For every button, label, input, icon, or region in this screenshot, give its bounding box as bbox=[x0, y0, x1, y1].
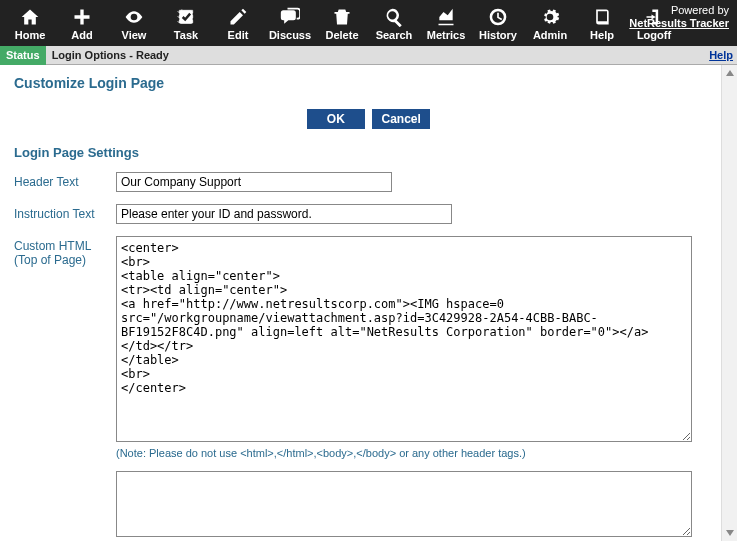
status-bar: Status Login Options - Ready Help bbox=[0, 46, 737, 65]
status-text: Login Options - Ready bbox=[46, 49, 169, 61]
help-link[interactable]: Help bbox=[709, 49, 733, 61]
vertical-scrollbar[interactable] bbox=[721, 65, 737, 541]
toolbar-edit[interactable]: Edit bbox=[212, 5, 264, 41]
custom-html-top-textarea[interactable] bbox=[116, 236, 692, 442]
toolbar-help[interactable]: Help bbox=[576, 5, 628, 41]
toolbar-home[interactable]: Home bbox=[4, 5, 56, 41]
chart-icon bbox=[436, 7, 456, 27]
page-title: Customize Login Page bbox=[14, 75, 723, 91]
scroll-up-icon[interactable] bbox=[722, 65, 737, 81]
scroll-down-icon[interactable] bbox=[722, 525, 737, 541]
toolbar-label: Delete bbox=[325, 29, 358, 41]
toolbar-add[interactable]: Add bbox=[56, 5, 108, 41]
main-content: Customize Login Page OK Cancel Login Pag… bbox=[0, 65, 737, 541]
toolbar-label: Task bbox=[174, 29, 198, 41]
custom-html-label: Custom HTML (Top of Page) bbox=[14, 236, 116, 267]
toolbar-admin[interactable]: Admin bbox=[524, 5, 576, 41]
cancel-button[interactable]: Cancel bbox=[372, 109, 430, 129]
section-heading: Login Page Settings bbox=[14, 145, 723, 160]
toolbar-label: Logoff bbox=[637, 29, 671, 41]
powered-by-text: Powered by bbox=[629, 4, 729, 17]
plus-icon bbox=[72, 7, 92, 27]
toolbar-label: Metrics bbox=[427, 29, 466, 41]
toolbar-label: Home bbox=[15, 29, 46, 41]
toolbar-label: Search bbox=[376, 29, 413, 41]
toolbar-history[interactable]: History bbox=[472, 5, 524, 41]
chat-icon bbox=[280, 7, 300, 27]
toolbar-label: Edit bbox=[228, 29, 249, 41]
check-icon bbox=[176, 7, 196, 27]
search-icon bbox=[384, 7, 404, 27]
instruction-text-input[interactable] bbox=[116, 204, 452, 224]
toolbar-delete[interactable]: Delete bbox=[316, 5, 368, 41]
gear-icon bbox=[540, 7, 560, 27]
trash-icon bbox=[332, 7, 352, 27]
main-toolbar: Home Add View Task Edit Discuss Delete S… bbox=[0, 0, 737, 46]
toolbar-label: Help bbox=[590, 29, 614, 41]
header-text-label: Header Text bbox=[14, 172, 116, 189]
eye-icon bbox=[124, 7, 144, 27]
custom-html-note: (Note: Please do not use <html>,</html>,… bbox=[116, 447, 692, 459]
toolbar-label: History bbox=[479, 29, 517, 41]
instruction-text-label: Instruction Text bbox=[14, 204, 116, 221]
header-text-input[interactable] bbox=[116, 172, 392, 192]
custom-html-label-line2: (Top of Page) bbox=[14, 253, 116, 267]
custom-html-bottom-label bbox=[14, 471, 116, 474]
toolbar-label: View bbox=[122, 29, 147, 41]
home-icon bbox=[20, 7, 40, 27]
clock-icon bbox=[488, 7, 508, 27]
toolbar-discuss[interactable]: Discuss bbox=[264, 5, 316, 41]
pencil-icon bbox=[228, 7, 248, 27]
status-label: Status bbox=[0, 46, 46, 65]
book-icon bbox=[592, 7, 612, 27]
ok-button[interactable]: OK bbox=[307, 109, 365, 129]
toolbar-label: Discuss bbox=[269, 29, 311, 41]
custom-html-label-line1: Custom HTML bbox=[14, 239, 116, 253]
toolbar-metrics[interactable]: Metrics bbox=[420, 5, 472, 41]
toolbar-label: Add bbox=[71, 29, 92, 41]
toolbar-view[interactable]: View bbox=[108, 5, 160, 41]
toolbar-label: Admin bbox=[533, 29, 567, 41]
button-row: OK Cancel bbox=[14, 109, 723, 129]
custom-html-bottom-textarea[interactable] bbox=[116, 471, 692, 537]
toolbar-search[interactable]: Search bbox=[368, 5, 420, 41]
powered-by-link[interactable]: NetResults Tracker bbox=[629, 17, 729, 29]
powered-by: Powered by NetResults Tracker bbox=[629, 4, 729, 30]
toolbar-task[interactable]: Task bbox=[160, 5, 212, 41]
